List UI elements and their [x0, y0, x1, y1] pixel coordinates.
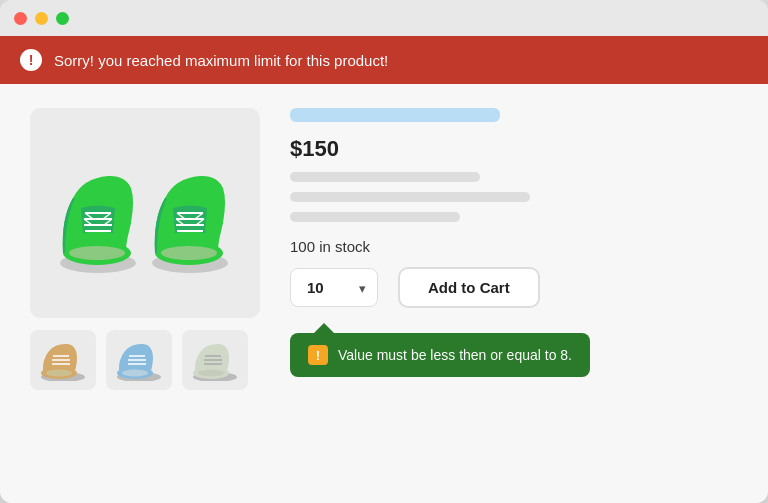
quantity-row: 1 2 3 4 5 6 7 8 9 10 ▾ Add	[290, 267, 738, 308]
desc-line-2	[290, 192, 530, 202]
stock-text: 100 in stock	[290, 238, 738, 255]
titlebar	[0, 0, 768, 36]
thumbnail-3[interactable]	[182, 330, 248, 390]
product-image-main	[30, 108, 260, 318]
tooltip-arrow	[314, 323, 334, 333]
svg-point-13	[161, 246, 217, 260]
right-panel: $150 100 in stock 1 2 3 4 5	[290, 108, 738, 483]
warning-icon: !	[308, 345, 328, 365]
shoe-main-svg	[45, 148, 245, 278]
left-panel	[30, 108, 260, 483]
quantity-select[interactable]: 1 2 3 4 5 6 7 8 9 10	[290, 268, 378, 307]
product-price: $150	[290, 136, 738, 162]
quantity-tooltip: ! Value must be less then or equal to 8.	[290, 323, 590, 377]
svg-point-24	[46, 370, 72, 377]
thumbnail-row	[30, 330, 260, 390]
close-dot[interactable]	[14, 12, 27, 25]
minimize-dot[interactable]	[35, 12, 48, 25]
svg-point-36	[198, 370, 224, 377]
alert-message: Sorry! you reached maximum limit for thi…	[54, 52, 388, 69]
app-window: ! Sorry! you reached maximum limit for t…	[0, 0, 768, 503]
thumb3-svg	[189, 339, 241, 381]
alert-icon: !	[20, 49, 42, 71]
quantity-select-wrapper: 1 2 3 4 5 6 7 8 9 10 ▾	[290, 268, 378, 307]
product-name-bar	[290, 108, 500, 122]
exclamation-icon: !	[29, 53, 34, 67]
thumb1-svg	[37, 339, 89, 381]
svg-point-30	[122, 370, 148, 377]
svg-point-2	[69, 246, 125, 260]
thumb2-svg	[113, 339, 165, 381]
content-area: ! Sorry! you reached maximum limit for t…	[0, 36, 768, 503]
desc-line-1	[290, 172, 480, 182]
tooltip-box: ! Value must be less then or equal to 8.	[290, 333, 590, 377]
alert-banner: ! Sorry! you reached maximum limit for t…	[0, 36, 768, 84]
thumbnail-1[interactable]	[30, 330, 96, 390]
tooltip-message: Value must be less then or equal to 8.	[338, 347, 572, 363]
add-to-cart-button[interactable]: Add to Cart	[398, 267, 540, 308]
maximize-dot[interactable]	[56, 12, 69, 25]
desc-line-3	[290, 212, 460, 222]
thumbnail-2[interactable]	[106, 330, 172, 390]
main-area: $150 100 in stock 1 2 3 4 5	[0, 84, 768, 503]
